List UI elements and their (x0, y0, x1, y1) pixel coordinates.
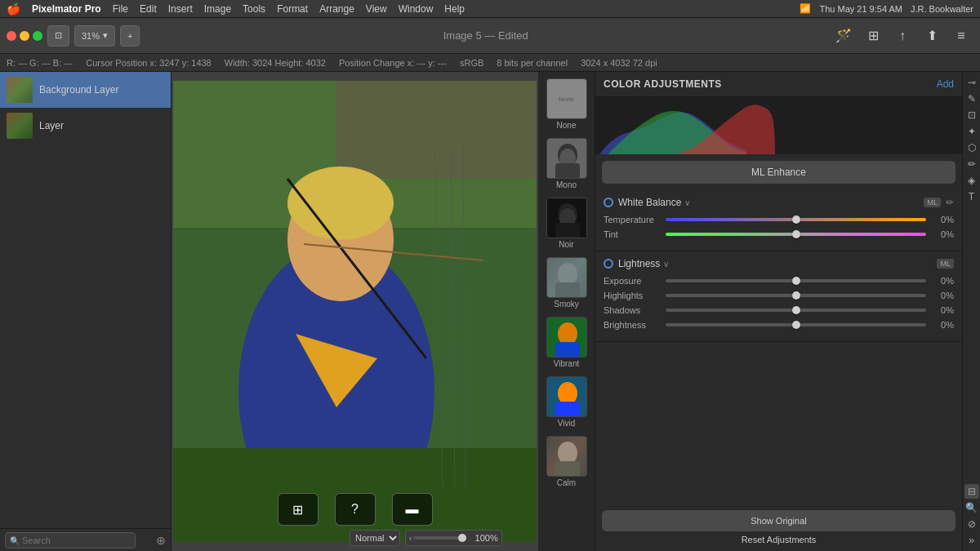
white-balance-section: White Balance ∨ ML ✏ Temperature 0% Tint (595, 190, 962, 251)
lightness-toggle[interactable] (604, 259, 613, 269)
temperature-thumb[interactable] (792, 216, 800, 224)
temperature-track[interactable] (666, 218, 926, 221)
brightness-track[interactable] (666, 323, 926, 327)
menu-window[interactable]: Window (399, 3, 434, 15)
white-balance-toggle[interactable] (604, 198, 613, 207)
crop-tool[interactable]: ⊞ (861, 24, 885, 48)
preset-thumb-noir (546, 198, 587, 238)
canvas-area[interactable]: ↖ ⊞ ? ▬ Normal ‹ (172, 72, 538, 551)
canvas-image (173, 81, 537, 542)
info-bar: R: --- G: --- B: --- Cursor Position x: … (0, 54, 980, 72)
fullscreen-btn[interactable] (33, 31, 42, 41)
layer-item-layer[interactable]: Layer (0, 108, 171, 144)
tint-thumb[interactable] (792, 230, 800, 238)
right-tool-2[interactable]: ✎ (964, 91, 979, 106)
zoom-value: 31% (82, 31, 100, 41)
right-tool-expand[interactable]: » (964, 533, 979, 548)
exposure-thumb[interactable] (792, 277, 800, 285)
tint-label: Tint (604, 229, 661, 239)
cursor-position: Cursor Position x: 3247 y: 1438 (86, 58, 211, 68)
right-tool-3[interactable]: ⊡ (964, 108, 979, 122)
right-tool-7[interactable]: ◈ (964, 173, 979, 188)
show-original-button[interactable]: Show Original (602, 510, 956, 531)
magic-wand-tool[interactable]: 🪄 (831, 24, 856, 48)
preset-mono[interactable]: Mono (540, 135, 594, 193)
right-tool-6[interactable]: ✏ (964, 157, 979, 171)
none-label: None (559, 96, 574, 103)
add-adjustment-button[interactable]: Add (937, 78, 954, 90)
image-dimensions: Width: 3024 Height: 4032 (225, 58, 326, 68)
minimize-btn[interactable] (20, 31, 29, 41)
right-tool-1[interactable]: ⊸ (964, 75, 979, 90)
apple-menu[interactable]: 🍎 (7, 2, 20, 16)
grid-tool-button[interactable]: ⊞ (278, 493, 318, 526)
menu-view[interactable]: View (366, 3, 387, 15)
dpi-info: 3024 x 4032 72 dpi (581, 58, 657, 68)
svg-rect-21 (555, 223, 580, 238)
grid-icon: ⊞ (292, 502, 303, 518)
menu-arrange[interactable]: Arrange (319, 3, 354, 15)
right-tool-4[interactable]: ✦ (964, 124, 979, 139)
right-tool-5[interactable]: ⬡ (964, 140, 979, 155)
preset-smoky[interactable]: Smoky (540, 254, 594, 312)
layers-add-icon[interactable]: ⊕ (156, 534, 166, 547)
opacity-slider[interactable] (413, 536, 462, 540)
export-tool[interactable]: ↑ (890, 24, 915, 48)
tint-track[interactable] (666, 233, 926, 236)
brightness-thumb[interactable] (792, 321, 800, 329)
lightness-chevron[interactable]: ∨ (663, 260, 669, 269)
right-tool-eraser[interactable]: ⊘ (964, 517, 979, 531)
card-tool-button[interactable]: ▬ (392, 493, 433, 526)
exposure-track[interactable] (666, 279, 926, 282)
svg-point-26 (558, 322, 577, 345)
blend-mode-select[interactable]: Normal (350, 530, 400, 546)
right-tool-8[interactable]: T (964, 189, 979, 204)
shadows-thumb[interactable] (792, 306, 800, 314)
menu-file[interactable]: File (113, 3, 128, 15)
share-tool[interactable]: ⬆ (920, 24, 944, 48)
menu-tools[interactable]: Tools (243, 3, 265, 15)
user-name: J.R. Bookwalter (911, 4, 973, 14)
toolbar: ⊡ 31% ▾ + Image 5 — Edited 🪄 ⊞ ↑ ⬆ ≡ (0, 18, 980, 54)
preset-vivid[interactable]: Vivid (540, 373, 594, 431)
layer-name-layer: Layer (39, 120, 64, 131)
menu-insert[interactable]: Insert (168, 3, 193, 15)
opacity-control[interactable]: ‹ › 100% (405, 530, 502, 546)
preset-noir[interactable]: Noir (540, 194, 594, 252)
shadows-track[interactable] (666, 309, 926, 312)
menu-edit[interactable]: Edit (140, 3, 157, 15)
search-icon: 🔍 (10, 535, 20, 544)
layer-name-background: Background Layer (39, 84, 118, 96)
preset-vibrant[interactable]: Vibrant (540, 313, 594, 371)
help-tool-button[interactable]: ? (335, 493, 376, 526)
temperature-slider-row: Temperature 0% (604, 215, 954, 224)
layer-item-background[interactable]: Background Layer (0, 72, 171, 108)
highlights-thumb[interactable] (792, 291, 800, 300)
right-tool-active[interactable]: ⊟ (964, 484, 979, 499)
preset-calm[interactable]: Calm (540, 433, 594, 491)
add-tab-button[interactable]: + (120, 25, 140, 47)
white-balance-edit-button[interactable]: ✏ (946, 197, 954, 208)
highlights-track[interactable] (666, 294, 926, 297)
position-change: Position Change x: --- y: --- (339, 58, 447, 68)
menu-help[interactable]: Help (444, 3, 465, 15)
bottom-buttons: Show Original Reset Adjustments (595, 504, 962, 551)
lightness-section: Lightness ∨ ML Exposure 0% Highlights (595, 251, 962, 342)
vibrant-preview (547, 318, 587, 358)
preset-none[interactable]: None None (540, 75, 594, 133)
white-balance-chevron[interactable]: ∨ (684, 198, 690, 207)
presets-panel: None None Mono (538, 72, 595, 551)
layer-thumbnail-background (7, 77, 33, 103)
menu-format[interactable]: Format (277, 3, 308, 15)
right-tool-search[interactable]: 🔍 (964, 500, 979, 515)
close-btn[interactable] (7, 31, 16, 41)
wifi-icon: 📶 (800, 3, 811, 14)
zoom-control[interactable]: 31% ▾ (74, 25, 115, 47)
sidebar-toggle[interactable]: ⊡ (47, 25, 69, 47)
panel-options[interactable]: ≡ (949, 24, 973, 48)
reset-adjustments-button[interactable]: Reset Adjustments (602, 535, 956, 544)
search-input[interactable] (5, 532, 136, 549)
menu-image[interactable]: Image (204, 3, 231, 15)
opacity-value: 100% (469, 533, 498, 543)
ml-enhance-button[interactable]: ML Enhance (602, 161, 956, 184)
